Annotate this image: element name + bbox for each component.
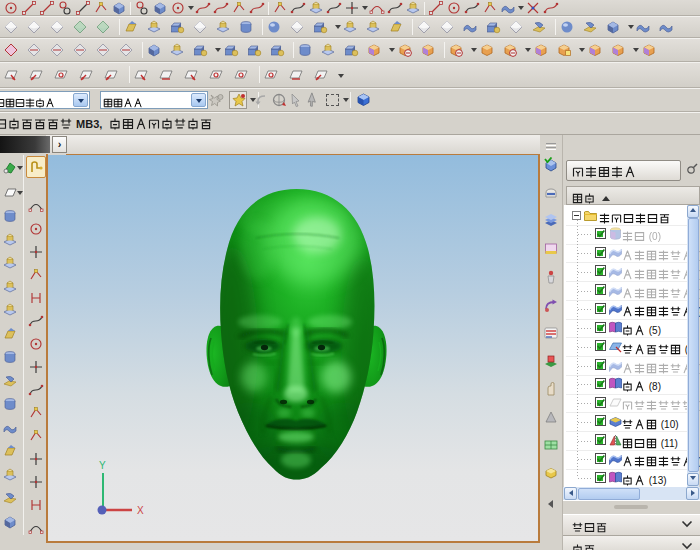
svg-text:Y: Y — [99, 460, 106, 471]
svg-text:X: X — [137, 505, 144, 516]
